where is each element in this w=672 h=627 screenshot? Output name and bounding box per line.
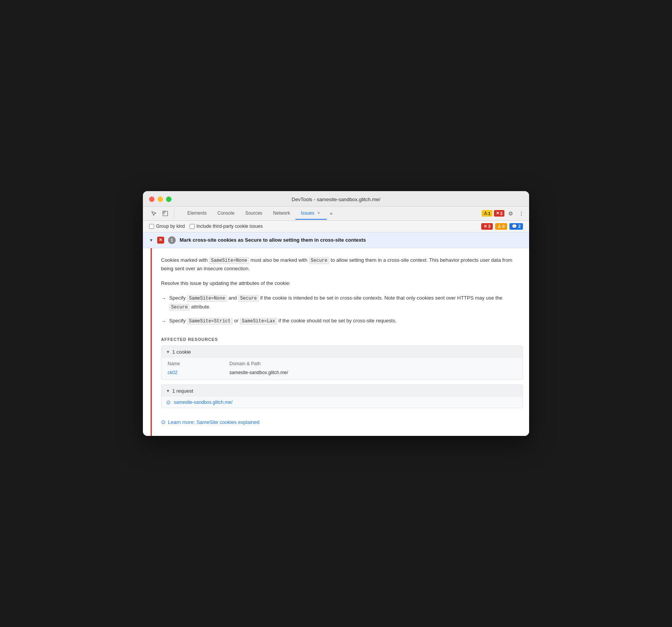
bullet-item-1: → Specify SameSite=None and Secure if th… [161,294,520,311]
error-count-badge: ✕ 3 [481,223,493,230]
tab-bar: Elements Console Sources Network Issues … [143,207,529,221]
request-group-label: 1 request [172,388,193,394]
cookie-group-header[interactable]: ▼ 1 cookie [161,346,523,358]
tab-close-issues[interactable]: ✕ [316,210,321,215]
cookie-table: Name Domain & Path ck02 samesite-sandbox… [161,358,523,380]
tab-actions: ⚠ 1 ✕ 3 ⚙ ⋮ [482,209,526,218]
warning-badge[interactable]: ⚠ 1 [482,210,492,217]
issue-collapse-toggle[interactable]: ▼ [149,238,153,242]
affected-resources-title: AFFECTED RESOURCES [161,337,523,342]
col-name-header: Name [168,361,222,366]
learn-more-link[interactable]: Learn more: SameSite cookies explained [168,419,260,425]
tab-sources[interactable]: Sources [240,207,268,220]
cursor-icon[interactable] [149,209,158,218]
group-by-kind-label[interactable]: Group by kind [149,224,185,229]
issues-toolbar: Group by kind Include third-party cookie… [143,221,529,232]
toolbar-badges: ✕ 3 ⚠ 0 💬 2 [481,223,523,230]
more-icon[interactable]: ⋮ [517,209,526,218]
tab-issues[interactable]: Issues ✕ [295,207,327,220]
code-secure-2: Secure [238,295,259,302]
warning-badge-icon: ⚠ [497,224,501,229]
title-bar: DevTools - samesite-sandbox.glitch.me/ [143,191,529,207]
svg-rect-0 [163,211,168,216]
cookie-table-header: Name Domain & Path [166,361,518,366]
tab-divider [174,209,174,218]
minimize-button[interactable] [158,197,163,202]
settings-icon[interactable]: ⚙ [506,209,515,218]
info-badge-icon: 💬 [512,224,517,229]
code-samesite-none-1: SameSite=None [209,257,249,264]
info-count-badge: 💬 2 [509,223,523,230]
description-para-2: Resolve this issue by updating the attri… [161,279,520,288]
group-by-kind-checkbox[interactable] [149,224,154,229]
cookie-name: ck02 [168,370,222,375]
cookie-domain: samesite-sandbox.glitch.me/ [229,370,516,375]
code-samesite-strict: SameSite=Strict [187,318,232,325]
traffic-lights [149,197,171,202]
cookie-group-toggle[interactable]: ▼ [166,350,170,354]
issue-body: Cookies marked with SameSite=None must a… [151,248,529,436]
issue-description: Cookies marked with SameSite=None must a… [152,248,529,337]
bullet-item-2: → Specify SameSite=Strict or SameSite=La… [161,317,520,325]
learn-more-section: ⊙ Learn more: SameSite cookies explained [152,413,529,428]
warning-icon: ⚠ [484,211,487,216]
bullet-text-1: Specify SameSite=None and Secure if the … [169,294,520,311]
issues-content: ▼ ✕ 1 Mark cross-site cookies as Secure … [143,232,529,436]
issue-header[interactable]: ▼ ✕ 1 Mark cross-site cookies as Secure … [143,232,529,248]
request-resource-group: ▼ 1 request ⊙ samesite-sandbox.glitch.me… [161,385,523,408]
cookie-resource-group: ▼ 1 cookie Name Domain & Path ck02 same [161,346,523,380]
issue-count-badge: 1 [168,236,176,244]
third-party-checkbox[interactable] [190,224,195,229]
cookie-group-label: 1 cookie [172,349,191,355]
description-para-1: Cookies marked with SameSite=None must a… [161,256,520,273]
bullet-arrow-1: → [161,294,166,303]
issue-title: Mark cross-site cookies as Secure to all… [180,237,366,243]
maximize-button[interactable] [166,197,171,202]
error-badge-icon: ✕ [484,224,487,229]
inspect-icon[interactable] [161,209,170,218]
request-icon: ⊙ [166,399,171,405]
tab-console[interactable]: Console [212,207,240,220]
request-url-link[interactable]: samesite-sandbox.glitch.me/ [174,400,232,405]
issue-error-badge: ✕ [157,237,164,244]
request-group-toggle[interactable]: ▼ [166,389,170,393]
learn-more-icon: ⊙ [161,419,166,425]
affected-resources: AFFECTED RESOURCES ▼ 1 cookie Name Domai… [152,337,529,408]
close-button[interactable] [149,197,154,202]
code-secure-3: Secure [169,304,190,311]
col-domain-header: Domain & Path [229,361,516,366]
tab-overflow-button[interactable]: » [327,208,336,219]
third-party-label[interactable]: Include third-party cookie issues [190,224,263,229]
bullet-text-2: Specify SameSite=Strict or SameSite=Lax … [169,317,397,325]
tab-network[interactable]: Network [268,207,295,220]
code-samesite-none-2: SameSite=None [187,295,227,302]
bullet-arrow-2: → [161,317,166,325]
cookie-row: ck02 samesite-sandbox.glitch.me/ [166,369,518,376]
tab-elements[interactable]: Elements [182,207,212,220]
svg-rect-1 [163,211,165,213]
window-title: DevTools - samesite-sandbox.glitch.me/ [292,197,380,202]
request-item: ⊙ samesite-sandbox.glitch.me/ [161,397,523,408]
tab-toolbar-icons [146,207,179,220]
code-samesite-lax: SameSite=Lax [240,318,277,325]
error-badge[interactable]: ✕ 3 [494,210,504,217]
warning-count-badge: ⚠ 0 [495,223,507,230]
request-group-header[interactable]: ▼ 1 request [161,385,523,397]
code-secure-1: Secure [309,257,329,264]
error-icon: ✕ [496,211,499,216]
cookie-name-link[interactable]: ck02 [168,370,177,375]
devtools-window: DevTools - samesite-sandbox.glitch.me/ E… [143,191,529,436]
